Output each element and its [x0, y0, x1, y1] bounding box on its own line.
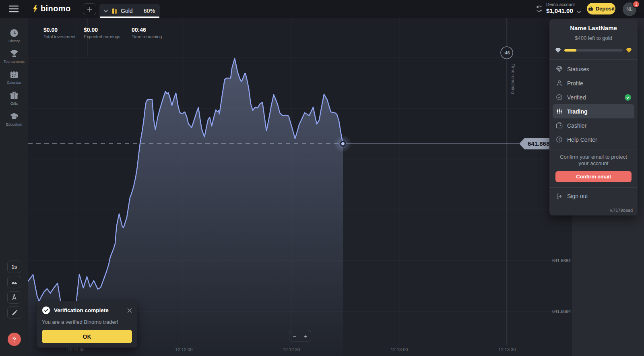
avatar-initials: NL — [626, 6, 632, 12]
total-investment-info: $0.00 Total investment — [43, 27, 75, 39]
indicators-button[interactable] — [7, 291, 21, 304]
time-axis-label: 12:13:30 — [499, 347, 516, 352]
account-chevron-icon[interactable] — [577, 8, 581, 15]
account-switcher[interactable]: Demo account $1,041.00 — [546, 2, 575, 14]
account-balance: $1,041.00 — [546, 7, 575, 14]
sidebar-item-education[interactable]: Education — [0, 112, 28, 126]
binomo-app: :46Time remaining641.86812:11:3012:12:00… — [0, 0, 644, 356]
price-axis-label: 641.8684 — [552, 309, 571, 314]
trophy-icon — [9, 49, 19, 58]
plus-icon — [87, 6, 93, 12]
refresh-icon[interactable] — [535, 5, 543, 12]
gold-asset-icon — [111, 8, 118, 14]
topbar: binomo Gold 60% Demo account $1,041.00 D… — [0, 0, 644, 18]
notification-body: You are a verified Binomo trader! — [42, 319, 132, 325]
sign-out-label: Sign out — [567, 193, 588, 199]
time-axis-label: 12:13:00 — [391, 347, 408, 352]
user-name: Name LastName — [549, 19, 638, 31]
calendar-icon — [9, 70, 19, 79]
drawing-button[interactable] — [7, 306, 21, 319]
status-progress-note: $400 left to gold — [549, 35, 638, 41]
deposit-label: Deposit — [596, 6, 615, 12]
time-remaining-value: 00:46 — [132, 27, 162, 33]
zoom-out-button[interactable]: − — [289, 330, 300, 342]
graduation-cap-icon — [9, 112, 19, 121]
timeframe-label: 1s — [12, 264, 17, 270]
silver-gem-icon — [555, 48, 561, 53]
compass-icon — [10, 294, 18, 301]
expected-earnings-info: $0.00 Expected earnings — [84, 27, 120, 39]
zoom-in-button[interactable]: + — [300, 330, 311, 342]
gift-icon — [9, 91, 19, 100]
sidebar-label: Education — [6, 122, 22, 126]
sign-out-button[interactable]: Sign out — [549, 188, 638, 200]
wallet-icon — [556, 122, 563, 129]
current-price-value: 641.868 — [528, 140, 549, 147]
notification-badge: 1 — [632, 0, 640, 8]
check-outline-icon — [556, 94, 563, 101]
chart-type-button[interactable] — [7, 276, 21, 288]
timeframe-button[interactable]: 1s — [7, 261, 21, 273]
lightning-icon — [32, 4, 39, 13]
asset-tab-gold[interactable]: Gold 60% — [99, 4, 160, 18]
menu-item-statuses[interactable]: Statuses — [553, 62, 634, 76]
sidebar-item-history[interactable]: History — [0, 28, 28, 43]
account-type: Demo account — [546, 2, 575, 7]
add-asset-button[interactable] — [83, 3, 96, 15]
gold-gem-icon — [626, 48, 632, 53]
time-remaining-info: 00:46 Time remaining — [132, 27, 162, 39]
time-remaining-label: Time remaining — [132, 34, 162, 39]
menu-item-trading[interactable]: Trading — [553, 104, 634, 118]
progress-fill — [564, 49, 576, 52]
person-icon — [556, 80, 563, 87]
chevron-down-icon — [103, 9, 108, 12]
help-button[interactable]: ? — [8, 333, 21, 346]
sidebar-label: History — [8, 39, 20, 43]
total-investment-label: Total investment — [43, 34, 75, 39]
expected-earnings-label: Expected earnings — [84, 34, 120, 39]
time-axis-label: 12:11:30 — [68, 347, 85, 352]
menu-label: Trading — [567, 108, 588, 115]
menu-item-verified[interactable]: Verified — [553, 90, 634, 104]
sidebar-item-calendar[interactable]: Calendar — [0, 70, 28, 85]
left-sidebar: History Tournaments Calendar Gifts Educa… — [0, 18, 28, 356]
total-investment-value: $0.00 — [43, 27, 75, 33]
menu-item-profile[interactable]: Profile — [553, 76, 634, 90]
area-chart-icon — [10, 278, 19, 286]
verification-notification: Verification complete You are a verified… — [37, 301, 137, 348]
sidebar-label: Calendar — [7, 81, 22, 85]
minus-icon: − — [293, 333, 297, 339]
menu-item-cashier[interactable]: Cashier — [553, 118, 634, 132]
time-remaining-axis-label: Time remaining — [511, 64, 516, 94]
sidebar-label: Gifts — [10, 101, 18, 106]
menu-item-help-center[interactable]: Help Center — [553, 132, 634, 147]
binomo-logo[interactable]: binomo — [32, 4, 71, 13]
confirm-email-note: Confirm your email to protect your accou… — [555, 154, 632, 167]
briefcase-icon — [588, 6, 594, 12]
countdown-value: :46 — [504, 50, 510, 55]
menu-label: Statuses — [567, 66, 589, 72]
ok-button[interactable]: OK — [42, 330, 132, 343]
menu-label: Profile — [567, 80, 583, 87]
time-axis-label: 12:12:00 — [175, 347, 193, 352]
status-progress — [555, 48, 632, 53]
app-version: v.7179daad — [610, 208, 633, 213]
deposit-button[interactable]: Deposit — [587, 3, 615, 14]
help-label: ? — [12, 336, 16, 343]
history-clock-icon — [9, 28, 19, 38]
plus-icon: + — [304, 333, 308, 339]
current-price-dot — [341, 142, 345, 146]
logo-text: binomo — [41, 4, 71, 13]
expected-earnings-value: $0.00 — [84, 27, 120, 33]
confirm-email-button[interactable]: Confirm email — [555, 171, 632, 182]
asset-name: Gold — [121, 8, 133, 14]
sidebar-item-gifts[interactable]: Gifts — [0, 91, 28, 106]
sidebar-label: Tournaments — [4, 60, 25, 64]
menu-icon[interactable] — [9, 5, 19, 12]
menu-label: Help Center — [567, 137, 597, 143]
menu-label: Cashier — [567, 122, 586, 129]
sidebar-item-tournaments[interactable]: Tournaments — [0, 49, 28, 64]
sign-out-icon — [556, 193, 563, 200]
close-icon[interactable] — [127, 308, 132, 313]
time-axis-label: 12:12:30 — [283, 347, 300, 352]
